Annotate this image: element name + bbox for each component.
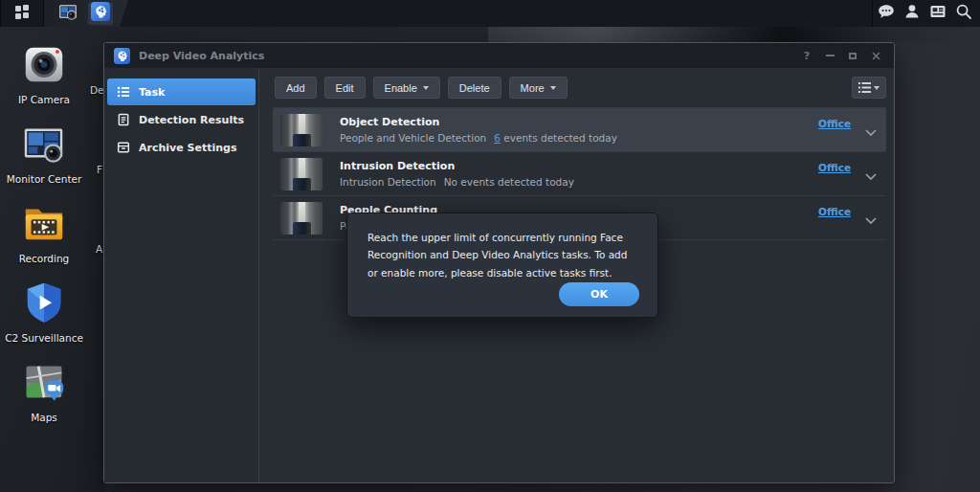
desktop-icon-label: IP Camera	[18, 94, 70, 105]
task-row-intrusion-detection[interactable]: Intrusion Detection Intrusion DetectionN…	[273, 152, 886, 196]
minimize-button[interactable]	[821, 47, 838, 64]
ip-camera-icon	[20, 40, 68, 92]
edit-button[interactable]: Edit	[324, 77, 366, 99]
camera-location-link[interactable]: Office	[818, 206, 851, 217]
sidebar-item-task[interactable]: Task	[107, 78, 256, 105]
archive-settings-icon	[117, 141, 130, 154]
main-menu-icon	[14, 4, 30, 23]
chat-notifications-icon	[878, 3, 895, 24]
task-text: Object Detection People and Vehicle Dete…	[340, 116, 818, 144]
sidebar-item-archive-settings[interactable]: Archive Settings	[107, 134, 256, 161]
partial-desktop-label: De	[90, 84, 104, 96]
chevron-down-icon[interactable]	[865, 217, 877, 224]
sidebar-item-label: Detection Results	[139, 114, 244, 126]
partial-desktop-label: F	[97, 164, 102, 175]
taskbar-divider	[43, 0, 44, 27]
list-view-icon	[858, 82, 871, 93]
chat-notifications-button[interactable]	[873, 0, 899, 27]
events-count-link[interactable]: 6	[494, 132, 501, 144]
main-menu-button[interactable]	[1, 0, 43, 27]
delete-button[interactable]: Delete	[448, 77, 501, 99]
desktop-icon-label: Recording	[19, 253, 70, 264]
window-title: Deep Video Analytics	[139, 50, 264, 62]
events-text: No events detected today	[444, 176, 574, 188]
search-icon	[955, 3, 972, 24]
button-label: Add	[286, 82, 305, 94]
sidebar-item-label: Archive Settings	[139, 142, 236, 154]
enable-dropdown-button[interactable]: Enable	[373, 77, 440, 99]
button-label: More	[521, 82, 545, 94]
camera-thumbnail	[280, 202, 323, 235]
running-apps-tray	[44, 0, 128, 27]
c2-surveillance-icon	[20, 279, 68, 330]
dropdown-caret-icon	[423, 86, 429, 90]
taskbar-status-area	[872, 0, 980, 27]
desktop-icon-label: Maps	[31, 412, 57, 423]
task-title: Intrusion Detection	[340, 160, 818, 172]
sidebar-item-label: Task	[139, 86, 165, 99]
maps-icon	[20, 358, 68, 410]
partial-desktop-label: A	[96, 243, 102, 255]
window-controls: ?	[798, 47, 884, 64]
dropdown-caret-icon	[874, 86, 880, 90]
desktop-icon-monitor-center[interactable]: Monitor Center	[10, 120, 78, 199]
monitor-center-icon	[20, 120, 68, 171]
window-titlebar[interactable]: Deep Video Analytics ?	[104, 43, 894, 68]
camera-location-link[interactable]: Office	[818, 162, 851, 173]
button-label: Delete	[459, 82, 490, 94]
task-detail: Intrusion Detection	[340, 176, 436, 188]
close-button[interactable]	[867, 47, 884, 64]
task-subtitle: Intrusion DetectionNo events detected to…	[340, 176, 818, 188]
search-button[interactable]	[950, 0, 976, 27]
camera-thumbnail	[280, 114, 323, 146]
button-label: Enable	[385, 82, 417, 94]
desktop-icon-column: IP Camera Monitor Center Recording C2 Su…	[10, 40, 78, 437]
task-detail: People and Vehicle Detection	[340, 132, 486, 144]
desktop-icon-label: Monitor Center	[7, 173, 82, 185]
add-button[interactable]: Add	[275, 77, 317, 99]
task-text: Intrusion Detection Intrusion DetectionN…	[340, 160, 818, 188]
deep-video-analytics-taskbar-button[interactable]	[88, 2, 113, 25]
taskbar	[0, 0, 980, 27]
more-dropdown-button[interactable]: More	[509, 77, 568, 99]
desktop-icon-label: C2 Surveillance	[5, 332, 83, 344]
sidebar: Task Detection Results Archive Settings	[104, 68, 259, 482]
maximize-icon	[849, 53, 857, 59]
events-text: events detected today	[503, 132, 617, 144]
limit-warning-dialog: Reach the upper limit of concurrently ru…	[346, 212, 658, 318]
desktop-icon-recording[interactable]: Recording	[10, 199, 78, 279]
deep-video-analytics-app-icon	[114, 48, 130, 64]
sidebar-item-detection-results[interactable]: Detection Results	[107, 106, 256, 133]
widgets-panel-button[interactable]	[924, 0, 950, 27]
desktop-icon-c2-surveillance[interactable]: C2 Surveillance	[10, 279, 78, 358]
dropdown-caret-icon	[550, 86, 556, 90]
user-account-button[interactable]	[899, 0, 924, 27]
user-account-icon	[903, 3, 921, 24]
minimize-icon	[826, 55, 835, 56]
desktop-icon-maps[interactable]: Maps	[10, 358, 78, 437]
recording-icon	[20, 199, 68, 251]
camera-location-link[interactable]: Office	[818, 118, 851, 129]
monitor-center-taskbar-button[interactable]	[56, 2, 80, 25]
task-title: Object Detection	[340, 116, 818, 128]
task-list-icon	[117, 85, 130, 99]
chevron-down-icon[interactable]	[865, 173, 877, 180]
camera-thumbnail	[280, 158, 323, 190]
desktop-icon-ip-camera[interactable]: IP Camera	[10, 40, 78, 120]
ok-button[interactable]: OK	[559, 282, 639, 306]
widgets-panel-icon	[929, 3, 947, 24]
monitor-center-app-icon	[58, 2, 78, 26]
button-label: Edit	[336, 82, 354, 94]
chevron-down-icon[interactable]	[865, 129, 877, 136]
maximize-button[interactable]	[844, 47, 861, 64]
desktop-wallpaper-band	[488, 27, 980, 43]
detection-results-icon	[117, 113, 130, 126]
help-button[interactable]: ?	[798, 47, 815, 64]
deep-video-analytics-app-icon	[91, 2, 110, 25]
close-icon	[872, 52, 880, 60]
toolbar: Add Edit Enable Delete More	[259, 68, 894, 105]
dialog-message: Reach the upper limit of concurrently ru…	[368, 229, 637, 281]
task-row-object-detection[interactable]: Object Detection People and Vehicle Dete…	[273, 108, 886, 152]
view-switcher-button[interactable]	[852, 77, 886, 99]
task-subtitle: People and Vehicle Detection6 events det…	[340, 132, 818, 144]
